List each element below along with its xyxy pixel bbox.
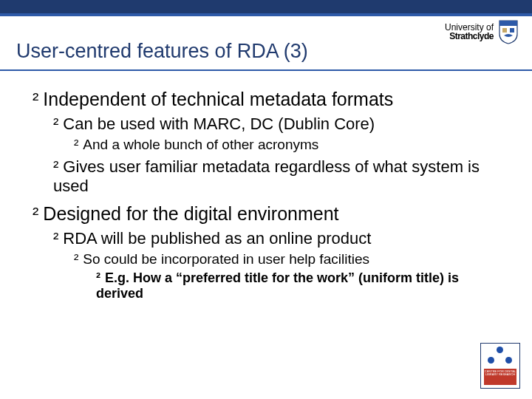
crest-icon — [498, 19, 519, 44]
logo-line2: Strathclyde — [445, 32, 494, 41]
slide: University of Strathclyde User-centred f… — [0, 0, 532, 399]
bullet-l2: Gives user familiar metadata regardless … — [53, 157, 502, 196]
bullet-l1: Designed for the digital environment — [33, 203, 502, 225]
title-rule — [0, 69, 532, 71]
svg-rect-1 — [510, 28, 514, 33]
bullet-l4: E.g. How a “preferred title for the work… — [96, 270, 502, 301]
bullet-l2: Can be used with MARC, DC (Dublin Core) — [53, 115, 502, 134]
top-bar-accent — [0, 13, 532, 16]
bullet-l3: So could be incorporated in user help fa… — [74, 251, 502, 267]
footer-logo: CENTRE FOR DIGITAL LIBRARY RESEARCH — [480, 343, 520, 389]
content-area: Independent of technical metadata format… — [33, 83, 502, 301]
logo-text: University of Strathclyde — [445, 23, 494, 41]
bullet-l1: Independent of technical metadata format… — [33, 89, 502, 110]
footer-logo-graphic — [485, 347, 515, 364]
bullet-l2: RDA will be published as an online produ… — [53, 229, 502, 248]
svg-rect-0 — [502, 28, 507, 33]
footer-logo-text: CENTRE FOR DIGITAL LIBRARY RESEARCH — [484, 369, 516, 385]
slide-title: User-centred features of RDA (3) — [16, 40, 308, 63]
bullet-l3: And a whole bunch of other acronyms — [74, 137, 502, 153]
top-bar — [0, 0, 532, 13]
university-logo: University of Strathclyde — [445, 19, 519, 44]
